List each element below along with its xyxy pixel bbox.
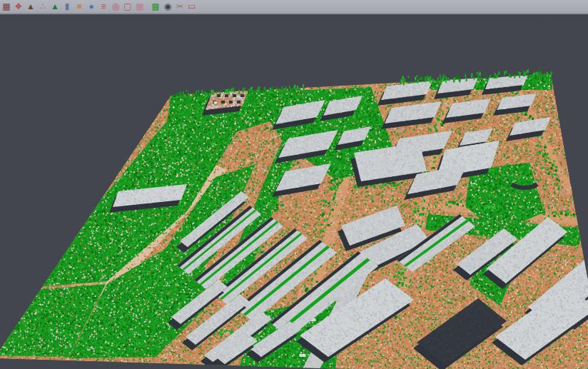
open-project-icon[interactable]: ▦	[1, 1, 12, 12]
viewport-3d[interactable]	[0, 16, 588, 369]
classification-icon[interactable]: ▩	[150, 1, 161, 12]
column-icon[interactable]: ▮	[61, 1, 73, 12]
remove-icon[interactable]: ▭	[186, 1, 198, 12]
globe-icon[interactable]: ●	[86, 1, 97, 12]
camera-icon[interactable]: ◉	[162, 1, 173, 12]
terrain-green-icon[interactable]: ▲	[49, 1, 61, 12]
cut-icon[interactable]: ✂	[174, 1, 186, 12]
points-icon[interactable]: ∴	[37, 1, 49, 12]
terrain-brown-icon[interactable]: ▲	[25, 1, 36, 12]
layers-icon[interactable]: ≡	[98, 1, 109, 12]
target-icon[interactable]: ◎	[110, 1, 121, 12]
markers-icon[interactable]: ❖	[13, 1, 24, 12]
crop-icon[interactable]: ▢	[122, 1, 133, 12]
orthophoto-icon[interactable]: ■	[74, 1, 85, 12]
checker-icon[interactable]: ▦	[134, 1, 146, 12]
toolbar: ▦❖▲∴▲▮■●≡◎▢▦▩◉✂▭	[0, 0, 588, 14]
point-cloud-canvas[interactable]	[0, 16, 588, 369]
application-window: ▦❖▲∴▲▮■●≡◎▢▦▩◉✂▭	[0, 0, 588, 369]
